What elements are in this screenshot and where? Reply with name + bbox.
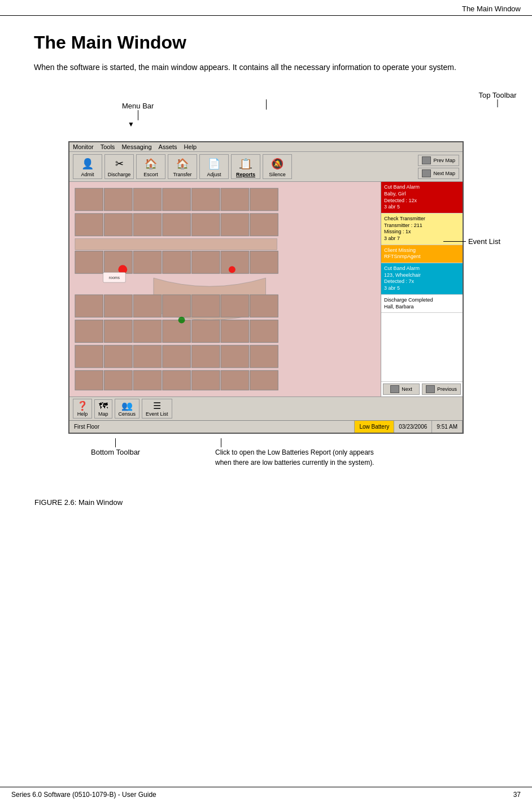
- help-label: Help: [77, 411, 88, 417]
- header-title: The Main Window: [462, 5, 521, 13]
- svg-rect-14: [250, 213, 278, 236]
- sim-map: rooms: [69, 182, 381, 396]
- svg-rect-38: [104, 345, 133, 368]
- map-nav-group: Prev Map Next Map: [418, 155, 459, 179]
- census-label: Census: [119, 411, 136, 417]
- event-item-5[interactable]: Discharge CompletedHall, Barbara: [381, 295, 463, 313]
- figure-caption: FIGURE 2.6: Main Window: [34, 498, 498, 507]
- discharge-icon: ✂: [111, 156, 127, 172]
- next-map-icon: [422, 169, 431, 177]
- bottom-toolbar-label-group: Bottom Toolbar: [91, 438, 140, 456]
- status-low-battery[interactable]: Low Battery: [355, 421, 394, 433]
- svg-rect-39: [133, 345, 162, 368]
- bottom-help-btn[interactable]: ❓ Help: [73, 399, 92, 419]
- page-footer: Series 6.0 Software (0510-1079-B) - User…: [0, 787, 532, 802]
- menu-assets[interactable]: Assets: [159, 143, 177, 150]
- label-top-toolbar: Top Toolbar: [479, 91, 517, 99]
- sim-bottom-toolbar: ❓ Help 🗺 Map 👥 Census ☰ Event List: [69, 396, 463, 420]
- svg-rect-15: [75, 239, 277, 250]
- eventlist-label: Event List: [146, 411, 168, 417]
- svg-rect-36: [250, 320, 278, 343]
- footer-left: Series 6.0 Software (0510-1079-B) - User…: [11, 791, 156, 799]
- main-content: The Main Window When the software is sta…: [0, 16, 532, 529]
- toolbar-transfer[interactable]: 🏠 Transfer: [168, 154, 197, 179]
- bottom-map-btn[interactable]: 🗺 Map: [94, 399, 112, 419]
- next-event-btn[interactable]: Next: [383, 383, 420, 395]
- svg-rect-35: [221, 320, 249, 343]
- screenshot: Monitor Tools Messaging Assets Help 👤 Ad…: [68, 141, 464, 434]
- event-item-1[interactable]: Cut Band AlarmBaby, GirlDetected : 12x3 …: [381, 182, 463, 213]
- svg-rect-43: [250, 345, 278, 368]
- svg-rect-19: [163, 251, 191, 274]
- sim-toolbar: 👤 Admit ✂ Discharge 🏠 Escort 🏠 Transfer: [69, 152, 463, 182]
- svg-text:rooms: rooms: [109, 276, 120, 280]
- status-date: 03/23/2006: [394, 421, 432, 433]
- map-label: Map: [98, 411, 108, 417]
- toolbar-adjust[interactable]: 📄 Adjust: [199, 154, 229, 179]
- svg-rect-5: [191, 188, 220, 211]
- svg-rect-31: [104, 320, 133, 343]
- below-figure: Bottom Toolbar Click to open the Low Bat…: [34, 438, 498, 489]
- svg-rect-24: [104, 295, 133, 317]
- svg-rect-48: [191, 371, 220, 390]
- previous-label: Previous: [437, 386, 457, 392]
- low-battery-label: Click to open the Low Batteries Report (…: [215, 447, 374, 468]
- event-list-label-group: Event List: [443, 237, 500, 246]
- svg-rect-32: [133, 320, 162, 343]
- toolbar-admit[interactable]: 👤 Admit: [73, 154, 102, 179]
- map-icon: 🗺: [99, 401, 108, 411]
- page-header: The Main Window: [0, 0, 532, 16]
- svg-rect-25: [133, 295, 162, 317]
- menu-help[interactable]: Help: [184, 143, 197, 150]
- svg-rect-20: [191, 251, 220, 274]
- svg-rect-45: [104, 371, 133, 390]
- svg-rect-26: [163, 295, 191, 317]
- figure-container: Top Toolbar Menu Bar ▼ Monitor Tools Mes…: [34, 90, 498, 507]
- event-item-3[interactable]: Client MissingRFTSnmpAgent: [381, 245, 463, 263]
- toolbar-discharge[interactable]: ✂ Discharge: [104, 154, 134, 179]
- census-icon: 👥: [121, 400, 133, 411]
- svg-rect-42: [221, 345, 249, 368]
- adjust-icon: 📄: [206, 156, 222, 172]
- toolbar-reports[interactable]: 📋 Reports: [231, 154, 260, 179]
- prev-map-label: Prev Map: [433, 158, 455, 163]
- next-label: Next: [402, 386, 412, 392]
- admit-icon: 👤: [80, 156, 95, 172]
- bottom-eventlist-btn[interactable]: ☰ Event List: [142, 399, 172, 419]
- toolbar-escort[interactable]: 🏠 Escort: [136, 154, 165, 179]
- svg-rect-22: [250, 251, 278, 274]
- svg-rect-37: [75, 345, 103, 368]
- svg-rect-40: [163, 345, 191, 368]
- prev-map-icon: [422, 156, 431, 164]
- svg-rect-18: [133, 251, 162, 274]
- menu-tools[interactable]: Tools: [101, 143, 115, 150]
- menu-messaging[interactable]: Messaging: [121, 143, 151, 150]
- low-battery-label-group: Click to open the Low Batteries Report (…: [215, 438, 374, 468]
- toolbar-silence[interactable]: 🔕 Silence: [263, 154, 292, 179]
- svg-rect-11: [163, 213, 191, 236]
- status-time: 9:51 AM: [432, 421, 463, 433]
- svg-rect-4: [163, 188, 191, 211]
- next-map-btn[interactable]: Next Map: [418, 168, 459, 179]
- svg-rect-6: [221, 188, 249, 211]
- svg-rect-34: [191, 320, 220, 343]
- help-icon: ❓: [77, 400, 88, 411]
- svg-rect-46: [133, 371, 162, 390]
- svg-rect-47: [163, 371, 191, 390]
- sim-main: rooms Cut Band AlarmBaby, GirlDetected :…: [69, 182, 463, 396]
- svg-rect-27: [191, 295, 220, 317]
- svg-rect-30: [75, 320, 103, 343]
- bottom-census-btn[interactable]: 👥 Census: [115, 399, 140, 419]
- svg-rect-44: [75, 371, 103, 390]
- event-item-4[interactable]: Cut Band Alarm123, WheelchairDetected : …: [381, 263, 463, 295]
- svg-rect-1: [75, 188, 103, 211]
- doc-title: The Main Window: [34, 33, 498, 53]
- eventlist-icon: ☰: [153, 400, 161, 411]
- menu-monitor[interactable]: Monitor: [73, 143, 94, 150]
- svg-rect-10: [133, 213, 162, 236]
- prev-map-btn[interactable]: Prev Map: [418, 155, 459, 166]
- svg-rect-9: [104, 213, 133, 236]
- reports-label: Reports: [236, 172, 255, 177]
- svg-point-53: [178, 317, 185, 324]
- prev-event-btn[interactable]: Previous: [422, 383, 461, 395]
